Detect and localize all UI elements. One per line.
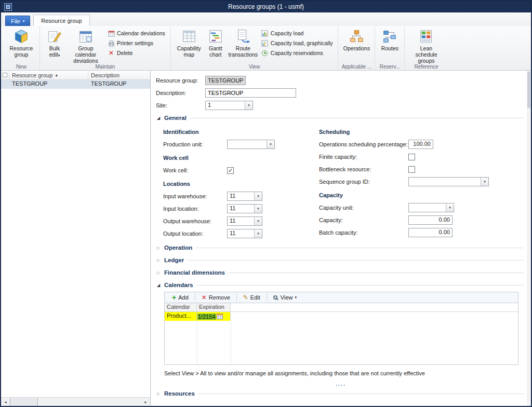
calendar-cell[interactable]: Product... (165, 312, 197, 321)
delete-button[interactable]: ✕ Delete (105, 49, 167, 57)
section-operation[interactable]: ▷ Operation (156, 242, 526, 253)
site-dropdown[interactable]: 1 ▾ (205, 101, 253, 110)
capacity-unit-dropdown[interactable]: ▾ (408, 203, 454, 212)
vertical-scrollbar-thumb[interactable] (527, 72, 530, 108)
routes-button[interactable]: Routes (378, 28, 401, 52)
output-location-dropdown[interactable]: 11 ▾ (227, 229, 262, 238)
date-picker-icon[interactable] (217, 313, 223, 320)
scroll-right-button[interactable]: ► (141, 398, 150, 406)
expiration-date-value[interactable]: 1/2154 (197, 314, 216, 320)
edit-button[interactable]: ✎ Edit (241, 293, 262, 302)
lean-schedule-groups-label: Lean schedule groups (409, 45, 443, 64)
expanded-triangle-icon: ◢ (156, 283, 161, 288)
operations-orgchart-icon (349, 29, 364, 44)
production-unit-dropdown[interactable]: ▾ (227, 140, 275, 149)
capability-map-button[interactable]: Capability map (174, 28, 204, 59)
capacity-load-graphically-button[interactable]: Capacity load, graphically (259, 39, 335, 47)
calendars-grid: Calendar Expiration Product... 1/2154 (164, 303, 518, 365)
list-row-testgroup[interactable]: TESTGROUP TESTGROUP (1, 80, 150, 89)
section-financial-dimensions[interactable]: ▷ Financial dimensions (156, 267, 526, 278)
route-transactions-button[interactable]: Route transactions (227, 28, 259, 59)
chevron-down-icon: ▾ (254, 205, 262, 213)
tab-resource-group[interactable]: Resource group (33, 15, 89, 26)
work-cell-checkbox[interactable]: ✓ (227, 167, 234, 174)
lean-schedule-groups-button[interactable]: Lean schedule groups (408, 28, 444, 65)
bottleneck-resource-checkbox[interactable] (408, 166, 415, 173)
input-warehouse-label: Input warehouse: (163, 193, 227, 199)
ribbon-group-view: Capability map Gantt chart Route transac… (171, 26, 339, 70)
operations-scheduling-percentage-input[interactable]: 100.00 (408, 140, 433, 149)
routes-label: Routes (381, 45, 398, 51)
gantt-chart-button[interactable]: Gantt chart (204, 28, 227, 59)
capacity-load-button[interactable]: Capacity load (259, 29, 335, 37)
ribbon-group-label-view: View (171, 64, 338, 70)
list-panel: Resource group ▲ Description TESTGROUP T… (1, 71, 151, 406)
more-indicator[interactable]: .... (156, 381, 526, 387)
capability-map-label: Capability map (175, 45, 203, 58)
bulk-edit-button-label: Bulk edit▾ (44, 45, 65, 58)
add-button[interactable]: + Add (170, 294, 191, 301)
view-all-note: Select View > All to view and/or manage … (164, 370, 518, 376)
chevron-down-icon: ▾ (254, 229, 262, 238)
section-ledger[interactable]: ▷ Ledger (156, 254, 526, 266)
calendars-grid-empty-area (165, 321, 518, 364)
operations-button[interactable]: Operations (341, 28, 371, 52)
scheduling-header: Scheduling (319, 129, 526, 135)
printer-settings-label: Printer settings (117, 40, 153, 46)
column-header-description[interactable]: Description (88, 71, 150, 79)
bottleneck-resource-label: Bottleneck resource: (319, 166, 408, 172)
bulk-edit-button[interactable]: Bulk edit▾ (43, 28, 66, 59)
description-input[interactable] (205, 88, 296, 98)
ribbon: Resource group New Bulk edit▾ Group cale… (1, 26, 531, 71)
capacity-label: Capacity: (319, 217, 408, 223)
remove-button[interactable]: ✕ Remove (200, 293, 232, 302)
sequence-group-id-label: Sequence group ID: (319, 179, 408, 185)
select-all-checkbox[interactable] (1, 71, 9, 79)
printer-settings-button[interactable]: Printer settings (105, 39, 167, 47)
list-header: Resource group ▲ Description (1, 71, 150, 80)
group-calendar-deviations-button[interactable]: Group calendar deviations (66, 28, 105, 65)
input-warehouse-dropdown[interactable]: 11 ▾ (227, 192, 262, 201)
capacity-reservations-button[interactable]: Capacity reservations (259, 49, 335, 57)
column-header-calendar[interactable]: Calendar (165, 303, 197, 311)
calendar-deviations-button[interactable]: Calendar deviations (105, 29, 167, 37)
resource-group-field-value[interactable]: TESTGROUP (205, 76, 246, 85)
group-calendar-deviations-label: Group calendar deviations (67, 45, 104, 64)
tab-file[interactable]: File ▾ (5, 16, 30, 26)
column-header-expiration[interactable]: Expiration (197, 303, 231, 311)
section-calendars[interactable]: ◢ Calendars (156, 279, 526, 291)
clock-icon (261, 49, 269, 57)
output-warehouse-dropdown[interactable]: 11 ▾ (227, 216, 262, 226)
main-area: Resource group ▲ Description TESTGROUP T… (1, 71, 531, 406)
scrollbar-thumb[interactable] (10, 398, 38, 406)
scroll-left-button[interactable]: ◄ (1, 398, 10, 406)
capacity-load-label: Capacity load (271, 30, 304, 36)
resource-group-button[interactable]: Resource group (6, 28, 36, 59)
chevron-down-icon: ▾ (58, 53, 60, 57)
resource-group-tab-label: Resource group (41, 18, 82, 24)
production-unit-label: Production unit: (163, 141, 227, 147)
column-header-resource-group[interactable]: Resource group ▲ (9, 71, 88, 79)
finite-capacity-checkbox[interactable] (408, 154, 415, 160)
expanded-triangle-icon: ◢ (156, 116, 161, 120)
printer-icon (108, 39, 115, 47)
site-field-label: Site: (156, 102, 205, 108)
route-transactions-icon (235, 29, 251, 44)
view-menu-button[interactable]: View ▾ (271, 294, 299, 301)
resource-group-field-label: Resource group: (156, 77, 205, 84)
expiration-cell[interactable]: 1/2154 (197, 312, 231, 321)
input-location-dropdown[interactable]: 11 ▾ (227, 204, 262, 213)
section-general[interactable]: ◢ General (156, 112, 526, 124)
capacity-input[interactable]: 0.00 (408, 215, 453, 225)
route-transactions-label: Route transactions (228, 45, 258, 58)
operations-scheduling-percentage-label: Operations scheduling percentage: (319, 141, 408, 147)
batch-capacity-input[interactable]: 0.00 (408, 228, 453, 237)
calendar-assignment-row[interactable]: Product... 1/2154 (165, 312, 518, 321)
section-resources[interactable]: ▷ Resources (156, 388, 526, 399)
routes-flow-icon (382, 29, 397, 44)
chevron-down-icon: ▾ (254, 192, 262, 200)
file-tab-label: File (11, 18, 20, 24)
sequence-group-id-dropdown[interactable]: ▾ (408, 177, 489, 186)
chevron-down-icon: ▾ (267, 140, 274, 148)
resource-groups-window: Resource groups (1 - usmf) File ▾ Resour… (0, 0, 532, 407)
